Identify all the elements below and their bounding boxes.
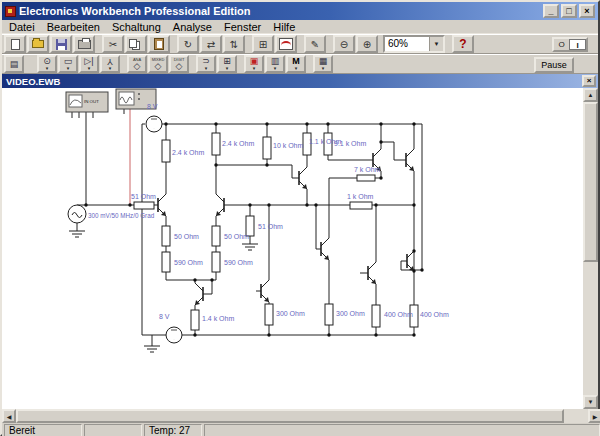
status-panel-2 (84, 424, 142, 436)
miscellaneous-bin[interactable]: M▾ (286, 55, 306, 73)
print-button[interactable] (73, 35, 95, 53)
mixed-ics-icon: ◇ (155, 62, 162, 71)
copy-icon (129, 39, 137, 48)
diodes-bin[interactable]: ▷|▾ (79, 55, 99, 73)
maximize-button[interactable]: □ (561, 4, 577, 18)
help-button[interactable]: ? (452, 35, 474, 53)
document-close-button[interactable]: × (582, 75, 596, 87)
open-button[interactable] (27, 35, 49, 53)
indicators-bin[interactable]: ▣▾ (244, 55, 264, 73)
resistors[interactable] (134, 133, 418, 330)
combo-arrow-icon[interactable]: ▼ (429, 37, 443, 51)
document-title-bar: VIDEO.EWB × (2, 74, 598, 88)
cut-button[interactable]: ✂ (102, 35, 124, 53)
dropdown-arrow-icon: ▾ (88, 66, 91, 71)
label-ac-source: 300 mV/50 MHz/0 Grad (88, 212, 155, 219)
menu-hilfe[interactable]: Hilfe (267, 20, 301, 34)
dropdown-arrow-icon: ▾ (322, 66, 325, 71)
label-r-7k: 7 k Ohm (354, 166, 381, 173)
power-off-label: O (554, 39, 569, 50)
digital-ics-icon: ◇ (176, 62, 183, 71)
transistors-bin[interactable]: Y▾ (100, 55, 120, 73)
menu-analyse[interactable]: Analyse (167, 20, 218, 34)
app-window: Electronics Workbench Professional Editi… (0, 0, 600, 436)
ground-symbols (69, 231, 258, 352)
horizontal-scroll-thumb[interactable] (16, 409, 564, 423)
logic-gates-bin[interactable]: ⊃▾ (196, 55, 216, 73)
controls-bin[interactable]: ▥▾ (265, 55, 285, 73)
rotate-button[interactable]: ↻ (177, 35, 199, 53)
flip-vertical-icon: ⇅ (230, 39, 238, 50)
menu-datei[interactable]: Datei (3, 20, 41, 34)
dropdown-arrow-icon: ▾ (274, 66, 277, 71)
zoom-select[interactable]: 60% ▼ (383, 35, 445, 53)
paste-button[interactable] (148, 35, 170, 53)
parts-bin-toolbar: ▤ ⊙▾ ▭▾ ▷|▾ Y▾ ANA◇ MIXED◇ DIGIT◇ ⊃▾ ⊞▾ … (2, 54, 598, 74)
status-temperature: Temp: 27 (144, 424, 202, 436)
label-r-10k: 10 k Ohm (273, 142, 304, 149)
instruments-bin[interactable]: ▦▾ (313, 55, 333, 73)
dropdown-arrow-icon: ▾ (46, 66, 49, 71)
flip-horizontal-icon: ⇄ (207, 39, 215, 50)
status-ready: Bereit (4, 424, 82, 436)
flip-horizontal-button[interactable]: ⇄ (200, 35, 222, 53)
dropdown-arrow-icon: ▾ (295, 66, 298, 71)
label-r-300-a: 300 Ohm (276, 310, 305, 317)
basic-bin[interactable]: ▭▾ (58, 55, 78, 73)
copy-button[interactable] (125, 35, 147, 53)
vertical-scrollbar[interactable]: ▲ ▼ (583, 88, 598, 409)
favorites-bin[interactable]: ▤ (4, 55, 24, 73)
horizontal-scrollbar[interactable]: ◀ ▶ (2, 409, 600, 423)
dropdown-arrow-icon: ▾ (226, 66, 229, 71)
scroll-down-button[interactable]: ▼ (583, 395, 598, 409)
subcircuit-button[interactable]: ⊞ (252, 35, 274, 53)
save-icon (56, 39, 67, 50)
pause-button[interactable]: Pause (534, 57, 574, 73)
vertical-scroll-thumb[interactable] (583, 102, 598, 262)
zoom-in-button[interactable]: ⊕ (356, 35, 378, 53)
graph-button[interactable] (275, 35, 297, 53)
transistors-icon: Y (107, 57, 113, 66)
scroll-up-button[interactable]: ▲ (583, 88, 598, 102)
analog-ics-bin[interactable]: ANA◇ (127, 55, 147, 73)
schematic-canvas[interactable]: IN OUT 8 V 2.4 k Ohm 2.4 k Ohm 10 k Ohm … (2, 88, 587, 409)
label-r-590-b: 590 Ohm (224, 259, 253, 266)
cut-icon: ✂ (109, 39, 117, 50)
flip-vertical-button[interactable]: ⇅ (223, 35, 245, 53)
status-bar: Bereit Temp: 27 (2, 423, 600, 436)
zoom-out-icon: ⊖ (340, 39, 348, 50)
digital-ics-bin[interactable]: DIGIT◇ (169, 55, 189, 73)
zoom-value: 60% (385, 37, 429, 51)
app-icon (5, 6, 16, 17)
digital-bin[interactable]: ⊞▾ (217, 55, 237, 73)
scroll-right-button[interactable]: ▶ (588, 409, 600, 423)
zoom-in-icon: ⊕ (363, 39, 371, 50)
label-r-51-c: 51 Ohm (258, 223, 283, 230)
analog-ics-icon: ◇ (134, 62, 141, 71)
label-r-50-a: 50 Ohm (174, 233, 199, 240)
zoom-out-button[interactable]: ⊖ (333, 35, 355, 53)
circuit-schematic: IN OUT 8 V 2.4 k Ohm 2.4 k Ohm 10 k Ohm … (2, 88, 587, 409)
bode-plotter-icon[interactable]: IN OUT (66, 92, 108, 112)
menu-fenster[interactable]: Fenster (218, 20, 267, 34)
label-r-400-b: 400 Ohm (420, 311, 449, 318)
label-r-51-in: 51 Ohm (131, 193, 156, 200)
menu-schaltung[interactable]: Schaltung (106, 20, 167, 34)
properties-button[interactable]: ✎ (304, 35, 326, 53)
print-icon (78, 40, 91, 49)
menu-bearbeiten[interactable]: Bearbeiten (41, 20, 106, 34)
rotate-icon: ↻ (184, 39, 192, 50)
properties-icon: ✎ (311, 39, 319, 50)
save-button[interactable] (50, 35, 72, 53)
new-button[interactable] (4, 35, 26, 53)
power-on-label: I (569, 39, 586, 50)
sources-bin[interactable]: ⊙▾ (37, 55, 57, 73)
minimize-button[interactable]: _ (543, 4, 559, 18)
mixed-ics-bin[interactable]: MIXED◇ (148, 55, 168, 73)
label-v-bottom: 8 V (159, 313, 170, 320)
close-button[interactable]: × (579, 4, 595, 18)
window-title: Electronics Workbench Professional Editi… (19, 5, 543, 17)
power-switch[interactable]: O I (552, 37, 588, 52)
scroll-left-button[interactable]: ◀ (2, 409, 16, 423)
new-icon (11, 39, 20, 50)
